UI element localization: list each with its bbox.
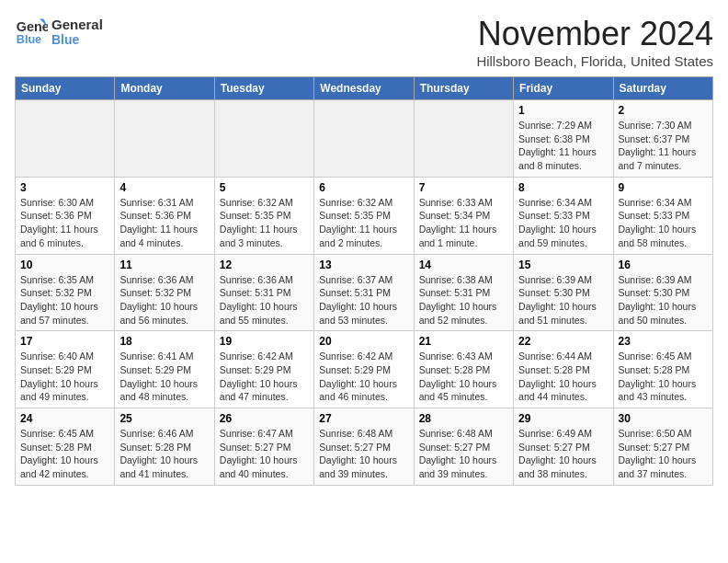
day-detail: Sunrise: 6:46 AM Sunset: 5:28 PM Dayligh… xyxy=(119,427,209,481)
day-number: 7 xyxy=(419,181,508,194)
day-detail: Sunrise: 6:36 AM Sunset: 5:32 PM Dayligh… xyxy=(119,273,209,327)
day-detail: Sunrise: 6:36 AM Sunset: 5:31 PM Dayligh… xyxy=(220,273,309,327)
day-number: 30 xyxy=(619,412,708,425)
calendar-cell: 10Sunrise: 6:35 AM Sunset: 5:32 PM Dayli… xyxy=(16,254,115,331)
day-number: 17 xyxy=(20,335,109,348)
day-number: 5 xyxy=(220,181,309,194)
calendar-cell: 27Sunrise: 6:48 AM Sunset: 5:27 PM Dayli… xyxy=(314,408,414,486)
day-detail: Sunrise: 6:39 AM Sunset: 5:30 PM Dayligh… xyxy=(518,273,608,327)
day-number: 22 xyxy=(518,335,608,348)
day-number: 3 xyxy=(20,181,109,194)
day-number: 29 xyxy=(518,412,608,425)
weekday-header-tuesday: Tuesday xyxy=(214,77,313,100)
calendar-cell: 25Sunrise: 6:46 AM Sunset: 5:28 PM Dayli… xyxy=(115,408,214,486)
calendar-cell: 1Sunrise: 7:29 AM Sunset: 6:38 PM Daylig… xyxy=(514,100,613,178)
weekday-header-friday: Friday xyxy=(514,77,613,100)
day-number: 8 xyxy=(518,181,608,194)
day-detail: Sunrise: 6:34 AM Sunset: 5:33 PM Dayligh… xyxy=(518,196,608,250)
calendar-cell xyxy=(214,100,313,178)
calendar-cell: 28Sunrise: 6:48 AM Sunset: 5:27 PM Dayli… xyxy=(414,408,513,486)
logo-line1: General xyxy=(51,17,103,32)
calendar-cell: 11Sunrise: 6:36 AM Sunset: 5:32 PM Dayli… xyxy=(115,254,214,331)
calendar-cell: 9Sunrise: 6:34 AM Sunset: 5:33 PM Daylig… xyxy=(613,177,712,254)
calendar-week-5: 24Sunrise: 6:45 AM Sunset: 5:28 PM Dayli… xyxy=(16,408,713,486)
weekday-header-thursday: Thursday xyxy=(414,77,513,100)
calendar-cell: 26Sunrise: 6:47 AM Sunset: 5:27 PM Dayli… xyxy=(214,408,313,486)
day-detail: Sunrise: 6:32 AM Sunset: 5:35 PM Dayligh… xyxy=(220,196,309,250)
day-number: 24 xyxy=(20,412,109,425)
day-number: 11 xyxy=(119,259,209,271)
day-number: 9 xyxy=(619,181,708,194)
svg-text:Blue: Blue xyxy=(17,33,41,46)
calendar-week-3: 10Sunrise: 6:35 AM Sunset: 5:32 PM Dayli… xyxy=(16,254,713,331)
calendar-cell xyxy=(314,100,414,178)
day-detail: Sunrise: 6:49 AM Sunset: 5:27 PM Dayligh… xyxy=(518,427,608,481)
calendar-cell: 23Sunrise: 6:45 AM Sunset: 5:28 PM Dayli… xyxy=(613,331,712,408)
calendar-cell: 16Sunrise: 6:39 AM Sunset: 5:30 PM Dayli… xyxy=(613,254,712,331)
day-detail: Sunrise: 6:44 AM Sunset: 5:28 PM Dayligh… xyxy=(518,350,608,404)
logo: General Blue General Blue xyxy=(15,15,103,48)
calendar-cell: 5Sunrise: 6:32 AM Sunset: 5:35 PM Daylig… xyxy=(214,177,313,254)
day-number: 21 xyxy=(419,335,508,348)
calendar-cell: 17Sunrise: 6:40 AM Sunset: 5:29 PM Dayli… xyxy=(16,331,115,408)
day-number: 14 xyxy=(419,259,508,271)
day-detail: Sunrise: 6:50 AM Sunset: 5:27 PM Dayligh… xyxy=(619,427,708,481)
weekday-header-wednesday: Wednesday xyxy=(314,77,414,100)
day-number: 19 xyxy=(220,335,309,348)
calendar-cell: 22Sunrise: 6:44 AM Sunset: 5:28 PM Dayli… xyxy=(514,331,613,408)
day-number: 20 xyxy=(319,335,408,348)
month-title: November 2024 xyxy=(476,15,713,53)
day-detail: Sunrise: 7:30 AM Sunset: 6:37 PM Dayligh… xyxy=(619,119,708,173)
day-detail: Sunrise: 6:35 AM Sunset: 5:32 PM Dayligh… xyxy=(20,273,109,327)
calendar-cell: 3Sunrise: 6:30 AM Sunset: 5:36 PM Daylig… xyxy=(16,177,115,254)
calendar-cell: 19Sunrise: 6:42 AM Sunset: 5:29 PM Dayli… xyxy=(214,331,313,408)
calendar-cell: 8Sunrise: 6:34 AM Sunset: 5:33 PM Daylig… xyxy=(514,177,613,254)
day-number: 27 xyxy=(319,412,408,425)
calendar-cell xyxy=(115,100,214,178)
day-detail: Sunrise: 6:31 AM Sunset: 5:36 PM Dayligh… xyxy=(119,196,209,250)
calendar-cell: 30Sunrise: 6:50 AM Sunset: 5:27 PM Dayli… xyxy=(613,408,712,486)
day-number: 4 xyxy=(119,181,209,194)
day-detail: Sunrise: 6:32 AM Sunset: 5:35 PM Dayligh… xyxy=(319,196,408,250)
calendar-cell: 2Sunrise: 7:30 AM Sunset: 6:37 PM Daylig… xyxy=(613,100,712,178)
day-detail: Sunrise: 6:42 AM Sunset: 5:29 PM Dayligh… xyxy=(220,350,309,404)
weekday-header-row: SundayMondayTuesdayWednesdayThursdayFrid… xyxy=(16,77,713,100)
calendar-cell: 12Sunrise: 6:36 AM Sunset: 5:31 PM Dayli… xyxy=(214,254,313,331)
day-detail: Sunrise: 6:34 AM Sunset: 5:33 PM Dayligh… xyxy=(619,196,708,250)
day-detail: Sunrise: 6:38 AM Sunset: 5:31 PM Dayligh… xyxy=(419,273,508,327)
calendar-cell xyxy=(414,100,513,178)
day-detail: Sunrise: 6:39 AM Sunset: 5:30 PM Dayligh… xyxy=(619,273,708,327)
day-detail: Sunrise: 6:43 AM Sunset: 5:28 PM Dayligh… xyxy=(419,350,508,404)
calendar-cell: 6Sunrise: 6:32 AM Sunset: 5:35 PM Daylig… xyxy=(314,177,414,254)
calendar-cell: 7Sunrise: 6:33 AM Sunset: 5:34 PM Daylig… xyxy=(414,177,513,254)
day-detail: Sunrise: 6:45 AM Sunset: 5:28 PM Dayligh… xyxy=(619,350,708,404)
day-number: 10 xyxy=(20,259,109,271)
calendar-cell: 14Sunrise: 6:38 AM Sunset: 5:31 PM Dayli… xyxy=(414,254,513,331)
logo-line2: Blue xyxy=(51,32,103,47)
day-detail: Sunrise: 6:47 AM Sunset: 5:27 PM Dayligh… xyxy=(220,427,309,481)
day-detail: Sunrise: 6:41 AM Sunset: 5:29 PM Dayligh… xyxy=(119,350,209,404)
day-detail: Sunrise: 6:40 AM Sunset: 5:29 PM Dayligh… xyxy=(20,350,109,404)
calendar-cell: 24Sunrise: 6:45 AM Sunset: 5:28 PM Dayli… xyxy=(16,408,115,486)
weekday-header-saturday: Saturday xyxy=(613,77,712,100)
day-number: 1 xyxy=(518,104,608,117)
calendar-week-1: 1Sunrise: 7:29 AM Sunset: 6:38 PM Daylig… xyxy=(16,100,713,178)
day-number: 12 xyxy=(220,259,309,271)
day-detail: Sunrise: 6:37 AM Sunset: 5:31 PM Dayligh… xyxy=(319,273,408,327)
day-detail: Sunrise: 6:45 AM Sunset: 5:28 PM Dayligh… xyxy=(20,427,109,481)
calendar-cell: 21Sunrise: 6:43 AM Sunset: 5:28 PM Dayli… xyxy=(414,331,513,408)
day-number: 26 xyxy=(220,412,309,425)
day-number: 15 xyxy=(518,259,608,271)
day-number: 6 xyxy=(319,181,408,194)
weekday-header-monday: Monday xyxy=(115,77,214,100)
calendar-week-4: 17Sunrise: 6:40 AM Sunset: 5:29 PM Dayli… xyxy=(16,331,713,408)
calendar-cell: 20Sunrise: 6:42 AM Sunset: 5:29 PM Dayli… xyxy=(314,331,414,408)
day-detail: Sunrise: 6:33 AM Sunset: 5:34 PM Dayligh… xyxy=(419,196,508,250)
day-number: 18 xyxy=(119,335,209,348)
calendar-cell: 4Sunrise: 6:31 AM Sunset: 5:36 PM Daylig… xyxy=(115,177,214,254)
page-header: General Blue General Blue November 2024 … xyxy=(15,15,713,69)
calendar-cell: 29Sunrise: 6:49 AM Sunset: 5:27 PM Dayli… xyxy=(514,408,613,486)
day-number: 25 xyxy=(119,412,209,425)
calendar-cell: 13Sunrise: 6:37 AM Sunset: 5:31 PM Dayli… xyxy=(314,254,414,331)
logo-icon: General Blue xyxy=(15,15,48,48)
